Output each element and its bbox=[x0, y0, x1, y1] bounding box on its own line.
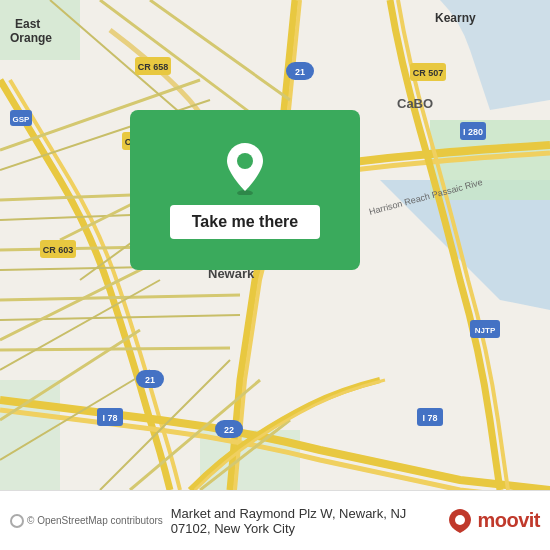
svg-text:CR 507: CR 507 bbox=[413, 68, 444, 78]
moovit-pin-icon bbox=[446, 507, 474, 535]
svg-text:GSP: GSP bbox=[13, 115, 31, 124]
take-me-there-button[interactable]: Take me there bbox=[170, 205, 320, 239]
moovit-brand-text: moovit bbox=[477, 509, 540, 532]
osm-dot-icon bbox=[10, 514, 24, 528]
location-pin-icon bbox=[223, 141, 267, 195]
east-orange-label2: Orange bbox=[10, 31, 52, 45]
svg-text:CR 658: CR 658 bbox=[138, 62, 169, 72]
svg-text:I 78: I 78 bbox=[422, 413, 437, 423]
cta-panel: Take me there bbox=[130, 110, 360, 270]
moovit-logo: moovit bbox=[446, 507, 540, 535]
cabo-label: CaBO bbox=[397, 96, 433, 111]
svg-text:CR 603: CR 603 bbox=[43, 245, 74, 255]
svg-text:21: 21 bbox=[295, 67, 305, 77]
svg-rect-3 bbox=[0, 380, 60, 490]
east-orange-label: East bbox=[15, 17, 40, 31]
svg-text:22: 22 bbox=[224, 425, 234, 435]
svg-text:I 78: I 78 bbox=[102, 413, 117, 423]
svg-text:I 280: I 280 bbox=[463, 127, 483, 137]
map-view: CR 658 21 CR 507 GSP CR 508 I 280 CR 603… bbox=[0, 0, 550, 490]
address-text: Market and Raymond Plz W, Newark, NJ 071… bbox=[171, 506, 439, 536]
svg-point-51 bbox=[237, 153, 253, 169]
kearny-label: Kearny bbox=[435, 11, 476, 25]
osm-attribution: © OpenStreetMap contributors bbox=[10, 514, 163, 528]
bottom-bar: © OpenStreetMap contributors Market and … bbox=[0, 490, 550, 550]
svg-text:21: 21 bbox=[145, 375, 155, 385]
osm-attribution-text: © OpenStreetMap contributors bbox=[27, 515, 163, 526]
svg-text:NJTP: NJTP bbox=[475, 326, 496, 335]
svg-point-52 bbox=[455, 515, 465, 525]
